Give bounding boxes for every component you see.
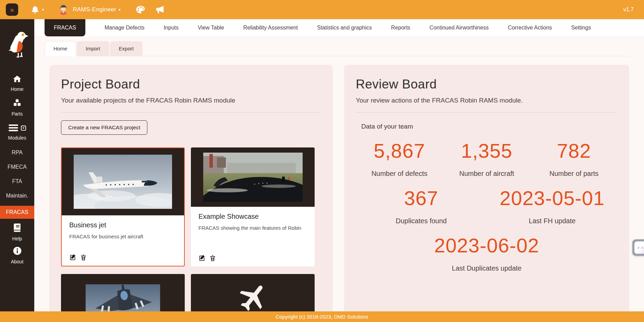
sidebar-item-label: Modules (8, 135, 26, 141)
stat-value: 367 (404, 187, 438, 210)
sidebar-item-maintain[interactable]: Maintain. (6, 193, 28, 199)
delete-project-icon[interactable] (209, 254, 216, 262)
stat-label: Number of defects (372, 170, 427, 178)
nav-tab-reliability-assessment[interactable]: Reliability Assessment (243, 25, 298, 31)
parts-cubes-icon (12, 99, 22, 109)
review-board-panel: Review Board Your review actions of the … (344, 65, 629, 322)
app-version: v1.7 (623, 7, 634, 13)
divider (356, 112, 618, 112)
stat-label: Last FH update (529, 217, 576, 225)
avatar (58, 4, 69, 15)
project-name: Business jet (69, 221, 177, 229)
stats-row-2: 367 Duplicates found 2023-05-01 Last FH … (356, 187, 618, 225)
project-cards: Business jet FRACAS for business jet air… (61, 147, 321, 321)
user-name: RAMS-Engineer (73, 6, 117, 13)
create-project-button[interactable]: Create a new FRACAS project (61, 120, 147, 135)
subtab-export[interactable]: Export (110, 41, 143, 56)
stat-label: Duplicates found (396, 217, 447, 225)
project-card-business-jet[interactable]: Business jet FRACAS for business jet air… (61, 147, 185, 266)
sidebar-expand-button[interactable]: » (6, 3, 18, 16)
robin-logo (5, 29, 29, 60)
nav-tab-manage-defects[interactable]: Manage Defects (105, 25, 145, 31)
footer: Copyright (c) 2018-2023, DMD Solutions (0, 311, 644, 322)
divider (61, 112, 321, 112)
module-nav: FRACAS Manage Defects Inputs View Table … (34, 19, 644, 36)
stat-value: 1,355 (461, 139, 512, 162)
help-book-icon (13, 223, 22, 234)
bell-icon (31, 5, 40, 14)
nav-tab-reports[interactable]: Reports (391, 25, 410, 31)
home-icon (13, 75, 22, 84)
sidebar-item-label: Help (12, 236, 22, 241)
sidebar: Home Parts Modules RPA FMECA FTA Maintai… (0, 19, 34, 322)
review-board-subtitle: Your review actions of the FRACAS Robin … (356, 97, 618, 104)
kaomoji-face: >.< (634, 241, 644, 254)
stats-row-3: 2023-06-02 Last Duplicates update (356, 234, 618, 272)
chevron-down-icon: ▾ (119, 8, 121, 12)
nav-tab-view-table[interactable]: View Table (198, 25, 224, 31)
nav-tab-settings[interactable]: Settings (571, 25, 591, 31)
sidebar-item-rpa[interactable]: RPA (12, 150, 23, 156)
project-card-body: Example Showcase FRACAS showing the main… (191, 207, 315, 266)
sidebar-item-fta[interactable]: FTA (12, 178, 22, 184)
business-jet-photo (62, 148, 184, 215)
project-card-body: Business jet FRACAS for business jet air… (62, 215, 184, 266)
nav-tab-corrective-actions[interactable]: Corrective Actions (508, 25, 552, 31)
sidebar-item-about[interactable]: About (0, 246, 34, 264)
stats-row-1: 5,867 Number of defects 1,355 Number of … (356, 139, 618, 178)
subtab-import[interactable]: Import (77, 41, 109, 56)
stat-defects: 5,867 Number of defects (356, 139, 443, 178)
hamburger-menu-icon (8, 124, 19, 133)
stat-label: Number of parts (549, 170, 598, 178)
sidebar-item-parts[interactable]: Parts (0, 99, 34, 117)
modules-popup-icon (21, 126, 26, 132)
stat-value: 2023-05-01 (500, 187, 605, 210)
feedback-widget-button[interactable]: >.< (632, 239, 644, 256)
theme-palette-icon[interactable] (136, 5, 145, 14)
stat-label: Number of aircraft (459, 170, 514, 178)
project-card-example-showcase[interactable]: Example Showcase FRACAS showing the main… (191, 147, 315, 266)
project-description: FRACAS showing the main features of Robi… (198, 225, 307, 231)
team-data-label: Data of your team (361, 123, 618, 130)
edit-project-icon[interactable] (198, 254, 206, 262)
stat-last-duplicates-update: 2023-06-02 Last Duplicates update (356, 234, 618, 272)
sidebar-item-fracas-active[interactable]: FRACAS (0, 206, 34, 219)
sidebar-item-label: About (11, 259, 24, 264)
stat-aircraft: 1,355 Number of aircraft (443, 139, 531, 178)
stat-value: 5,867 (374, 139, 425, 162)
sidebar-item-modules[interactable]: Modules (0, 124, 34, 141)
subtab-home[interactable]: Home (45, 41, 76, 56)
stat-label: Last Duplicates update (452, 264, 521, 272)
sidebar-item-label: Home (11, 86, 23, 92)
info-icon (13, 246, 22, 257)
nav-tab-inputs[interactable]: Inputs (163, 25, 179, 31)
project-board-title: Project Board (61, 77, 321, 92)
stat-parts: 782 Number of parts (530, 139, 618, 178)
project-name: Example Showcase (198, 213, 307, 220)
stat-value: 782 (557, 139, 591, 162)
nav-tab-fracas[interactable]: FRACAS (45, 19, 85, 36)
nav-tab-statistics-and-graphics[interactable]: Statistics and graphics (317, 25, 372, 31)
announcements-megaphone-icon[interactable] (155, 5, 165, 14)
sidebar-item-label: Parts (12, 111, 23, 117)
stat-value: 2023-06-02 (434, 234, 539, 257)
user-menu[interactable]: RAMS-Engineer ▾ (58, 4, 121, 15)
copyright-text: Copyright (c) 2018-2023, DMD Solutions (276, 314, 368, 320)
main-content: FRACAS Manage Defects Inputs View Table … (34, 19, 644, 322)
delete-project-icon[interactable] (80, 254, 87, 261)
chevron-down-icon: ▾ (42, 8, 44, 12)
sidebar-item-home[interactable]: Home (0, 75, 34, 92)
review-board-title: Review Board (356, 77, 618, 92)
sidebar-item-help[interactable]: Help (0, 223, 34, 241)
project-description: FRACAS for business jet aircraft (69, 233, 177, 240)
sidebar-item-fmeca[interactable]: FMECA (8, 164, 27, 170)
sub-tabs: Home Import Export (45, 41, 629, 56)
project-board-panel: Project Board Your available projects of… (49, 65, 333, 322)
stat-duplicates: 367 Duplicates found (356, 187, 487, 225)
submarine-photo (191, 147, 315, 207)
edit-project-icon[interactable] (69, 254, 76, 261)
notifications-menu[interactable]: ▾ (31, 5, 44, 14)
nav-tab-continued-airworthiness[interactable]: Continued Airworthiness (429, 25, 489, 31)
app-shell: Home Parts Modules RPA FMECA FTA Maintai… (0, 19, 644, 322)
topbar: » ▾ RAMS-Engineer ▾ v1.7 (0, 0, 644, 19)
